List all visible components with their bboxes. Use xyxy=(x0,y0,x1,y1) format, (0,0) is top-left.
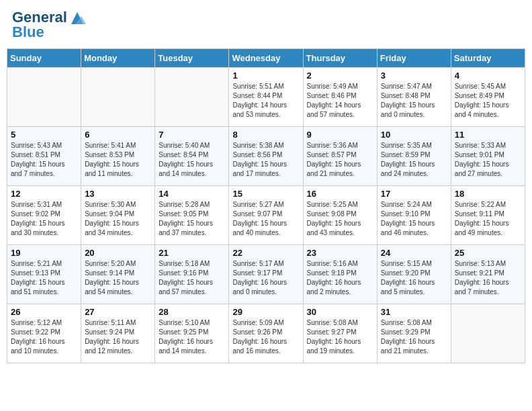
calendar-cell: 3Sunrise: 5:47 AMSunset: 8:48 PMDaylight… xyxy=(377,68,451,127)
calendar-cell: 29Sunrise: 5:09 AMSunset: 9:26 PMDayligh… xyxy=(229,304,303,363)
day-number: 31 xyxy=(381,307,447,317)
calendar-cell: 20Sunrise: 5:20 AMSunset: 9:14 PMDayligh… xyxy=(81,245,155,304)
calendar-cell: 8Sunrise: 5:38 AMSunset: 8:56 PMDaylight… xyxy=(229,127,303,186)
day-info: Sunrise: 5:16 AMSunset: 9:18 PMDaylight:… xyxy=(307,259,373,297)
calendar-cell: 10Sunrise: 5:35 AMSunset: 8:59 PMDayligh… xyxy=(377,127,451,186)
day-info: Sunrise: 5:15 AMSunset: 9:20 PMDaylight:… xyxy=(381,259,447,297)
header-cell-wednesday: Wednesday xyxy=(229,49,303,68)
day-info: Sunrise: 5:18 AMSunset: 9:16 PMDaylight:… xyxy=(159,259,225,297)
calendar-cell: 13Sunrise: 5:30 AMSunset: 9:04 PMDayligh… xyxy=(81,186,155,245)
day-info: Sunrise: 5:12 AMSunset: 9:22 PMDaylight:… xyxy=(11,318,77,356)
day-number: 8 xyxy=(232,130,299,140)
header-cell-tuesday: Tuesday xyxy=(155,49,229,68)
day-number: 28 xyxy=(159,307,225,317)
day-info: Sunrise: 5:36 AMSunset: 8:57 PMDaylight:… xyxy=(307,141,373,179)
day-info: Sunrise: 5:27 AMSunset: 9:07 PMDaylight:… xyxy=(232,200,299,238)
day-number: 5 xyxy=(11,130,77,140)
day-number: 10 xyxy=(381,130,447,140)
week-row-2: 12Sunrise: 5:31 AMSunset: 9:02 PMDayligh… xyxy=(7,186,525,245)
day-number: 11 xyxy=(455,130,521,140)
day-number: 26 xyxy=(11,307,77,317)
calendar-table: SundayMondayTuesdayWednesdayThursdayFrid… xyxy=(7,48,525,363)
calendar-cell: 11Sunrise: 5:33 AMSunset: 9:01 PMDayligh… xyxy=(451,127,525,186)
day-info: Sunrise: 5:08 AMSunset: 9:29 PMDaylight:… xyxy=(381,318,447,356)
day-info: Sunrise: 5:47 AMSunset: 8:48 PMDaylight:… xyxy=(381,82,447,120)
calendar-cell: 1Sunrise: 5:51 AMSunset: 8:44 PMDaylight… xyxy=(229,68,303,127)
calendar-cell: 4Sunrise: 5:45 AMSunset: 8:49 PMDaylight… xyxy=(451,68,525,127)
week-row-3: 19Sunrise: 5:21 AMSunset: 9:13 PMDayligh… xyxy=(7,245,525,304)
day-number: 18 xyxy=(455,189,521,199)
day-number: 6 xyxy=(85,130,151,140)
day-number: 19 xyxy=(11,248,77,258)
day-number: 2 xyxy=(307,71,373,81)
day-info: Sunrise: 5:17 AMSunset: 9:17 PMDaylight:… xyxy=(232,259,299,297)
day-info: Sunrise: 5:40 AMSunset: 8:54 PMDaylight:… xyxy=(159,141,225,179)
day-number: 3 xyxy=(381,71,447,81)
week-row-1: 5Sunrise: 5:43 AMSunset: 8:51 PMDaylight… xyxy=(7,127,525,186)
calendar-body: 1Sunrise: 5:51 AMSunset: 8:44 PMDaylight… xyxy=(7,68,525,363)
calendar-cell: 22Sunrise: 5:17 AMSunset: 9:17 PMDayligh… xyxy=(229,245,303,304)
calendar-cell: 14Sunrise: 5:28 AMSunset: 9:05 PMDayligh… xyxy=(155,186,229,245)
day-info: Sunrise: 5:45 AMSunset: 8:49 PMDaylight:… xyxy=(455,82,521,120)
calendar-cell: 7Sunrise: 5:40 AMSunset: 8:54 PMDaylight… xyxy=(155,127,229,186)
calendar-cell: 24Sunrise: 5:15 AMSunset: 9:20 PMDayligh… xyxy=(377,245,451,304)
logo-icon xyxy=(69,9,86,27)
day-number: 25 xyxy=(455,248,521,258)
calendar-cell: 6Sunrise: 5:41 AMSunset: 8:53 PMDaylight… xyxy=(81,127,155,186)
header: General Blue xyxy=(7,7,525,43)
day-info: Sunrise: 5:25 AMSunset: 9:08 PMDaylight:… xyxy=(307,200,373,238)
calendar-cell: 2Sunrise: 5:49 AMSunset: 8:46 PMDaylight… xyxy=(303,68,377,127)
day-number: 17 xyxy=(381,189,447,199)
day-number: 30 xyxy=(307,307,373,317)
day-info: Sunrise: 5:20 AMSunset: 9:14 PMDaylight:… xyxy=(85,259,151,297)
day-info: Sunrise: 5:38 AMSunset: 8:56 PMDaylight:… xyxy=(232,141,299,179)
day-number: 9 xyxy=(307,130,373,140)
day-info: Sunrise: 5:22 AMSunset: 9:11 PMDaylight:… xyxy=(455,200,521,238)
day-number: 1 xyxy=(232,71,299,81)
day-number: 12 xyxy=(11,189,77,199)
calendar-cell: 25Sunrise: 5:13 AMSunset: 9:21 PMDayligh… xyxy=(451,245,525,304)
calendar-cell: 15Sunrise: 5:27 AMSunset: 9:07 PMDayligh… xyxy=(229,186,303,245)
day-info: Sunrise: 5:13 AMSunset: 9:21 PMDaylight:… xyxy=(455,259,521,297)
calendar-cell: 5Sunrise: 5:43 AMSunset: 8:51 PMDaylight… xyxy=(7,127,81,186)
calendar-cell: 30Sunrise: 5:08 AMSunset: 9:27 PMDayligh… xyxy=(303,304,377,363)
calendar-cell: 21Sunrise: 5:18 AMSunset: 9:16 PMDayligh… xyxy=(155,245,229,304)
calendar-cell xyxy=(81,68,155,127)
day-info: Sunrise: 5:08 AMSunset: 9:27 PMDaylight:… xyxy=(307,318,373,356)
day-info: Sunrise: 5:31 AMSunset: 9:02 PMDaylight:… xyxy=(11,200,77,238)
calendar-cell xyxy=(155,68,229,127)
day-info: Sunrise: 5:49 AMSunset: 8:46 PMDaylight:… xyxy=(307,82,373,120)
calendar-cell xyxy=(451,304,525,363)
header-cell-sunday: Sunday xyxy=(7,49,81,68)
day-info: Sunrise: 5:33 AMSunset: 9:01 PMDaylight:… xyxy=(455,141,521,179)
logo: General Blue xyxy=(12,9,86,40)
header-cell-thursday: Thursday xyxy=(303,49,377,68)
calendar-cell: 27Sunrise: 5:11 AMSunset: 9:24 PMDayligh… xyxy=(81,304,155,363)
day-number: 16 xyxy=(307,189,373,199)
day-number: 14 xyxy=(159,189,225,199)
calendar-cell: 19Sunrise: 5:21 AMSunset: 9:13 PMDayligh… xyxy=(7,245,81,304)
day-info: Sunrise: 5:21 AMSunset: 9:13 PMDaylight:… xyxy=(11,259,77,297)
header-cell-monday: Monday xyxy=(81,49,155,68)
day-info: Sunrise: 5:09 AMSunset: 9:26 PMDaylight:… xyxy=(232,318,299,356)
day-info: Sunrise: 5:41 AMSunset: 8:53 PMDaylight:… xyxy=(85,141,151,179)
day-number: 13 xyxy=(85,189,151,199)
day-number: 15 xyxy=(232,189,299,199)
day-number: 23 xyxy=(307,248,373,258)
calendar-cell: 26Sunrise: 5:12 AMSunset: 9:22 PMDayligh… xyxy=(7,304,81,363)
calendar-cell: 16Sunrise: 5:25 AMSunset: 9:08 PMDayligh… xyxy=(303,186,377,245)
day-number: 21 xyxy=(159,248,225,258)
calendar-cell: 31Sunrise: 5:08 AMSunset: 9:29 PMDayligh… xyxy=(377,304,451,363)
day-info: Sunrise: 5:10 AMSunset: 9:25 PMDaylight:… xyxy=(159,318,225,356)
day-info: Sunrise: 5:24 AMSunset: 9:10 PMDaylight:… xyxy=(381,200,447,238)
day-info: Sunrise: 5:28 AMSunset: 9:05 PMDaylight:… xyxy=(159,200,225,238)
day-number: 24 xyxy=(381,248,447,258)
day-info: Sunrise: 5:35 AMSunset: 8:59 PMDaylight:… xyxy=(381,141,447,179)
day-number: 27 xyxy=(85,307,151,317)
day-number: 22 xyxy=(232,248,299,258)
calendar-cell: 18Sunrise: 5:22 AMSunset: 9:11 PMDayligh… xyxy=(451,186,525,245)
day-info: Sunrise: 5:11 AMSunset: 9:24 PMDaylight:… xyxy=(85,318,151,356)
header-row: SundayMondayTuesdayWednesdayThursdayFrid… xyxy=(7,49,525,68)
day-info: Sunrise: 5:43 AMSunset: 8:51 PMDaylight:… xyxy=(11,141,77,179)
calendar-header: SundayMondayTuesdayWednesdayThursdayFrid… xyxy=(7,49,525,68)
